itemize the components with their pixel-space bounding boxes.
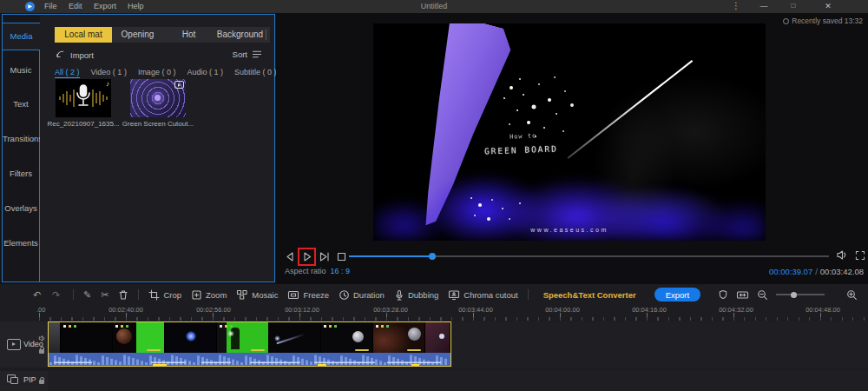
tab-background[interactable]: Background: [214, 27, 266, 43]
toolbar-divider: [73, 289, 74, 300]
duration-label: Duration: [353, 290, 385, 300]
timeline-ruler[interactable]: .00 00:02:40.00 00:02:56.00 00:03:12.00 …: [0, 305, 868, 321]
aspect-ratio-control[interactable]: Aspect ratio16 : 9: [285, 267, 350, 275]
mosaic-label: Mosaic: [252, 290, 278, 300]
media-filter-row: All ( 2 ) Video ( 1 ) Image ( 0 ) Audio …: [55, 68, 276, 78]
clip-thumbnail: [49, 322, 61, 353]
tab-opening[interactable]: Opening: [112, 27, 163, 43]
clip-thumbnail: [217, 322, 269, 353]
track-lock-icon[interactable]: [39, 349, 44, 354]
marker-icon[interactable]: [718, 289, 728, 301]
timeline-zoom-slider[interactable]: [776, 294, 825, 295]
crop-button[interactable]: Crop: [148, 289, 181, 301]
track-audio-icon[interactable]: [38, 335, 46, 342]
media-item-video[interactable]: [130, 79, 186, 117]
pip-track-label: PIP: [23, 375, 36, 384]
toolbar-divider: [528, 289, 529, 300]
track-lock-icon[interactable]: [39, 380, 44, 384]
window-menu-icon[interactable]: ⋮: [729, 0, 743, 13]
freeze-button[interactable]: Freeze: [287, 289, 329, 301]
previous-frame-button[interactable]: [285, 251, 295, 262]
next-frame-button[interactable]: [319, 251, 330, 262]
play-button[interactable]: [302, 251, 312, 262]
dubbing-label: Dubbing: [408, 290, 438, 300]
video-clip-selected[interactable]: [48, 321, 451, 367]
delete-button[interactable]: [118, 289, 128, 301]
time-separator: /: [815, 267, 818, 276]
fit-timeline-icon[interactable]: [736, 289, 749, 301]
sort-button[interactable]: Sort: [233, 50, 262, 59]
sidebar-item-transitions[interactable]: Transitions: [3, 126, 39, 152]
seek-bar[interactable]: [349, 255, 829, 257]
zoom-in-icon[interactable]: [846, 289, 858, 301]
stop-button[interactable]: [336, 251, 346, 262]
clip-thumbnail: [269, 322, 321, 353]
maximize-button[interactable]: □: [786, 0, 800, 13]
edit-button[interactable]: ✎: [83, 286, 91, 303]
recently-saved-label: Recently saved 13:32: [792, 17, 863, 25]
current-time: 00:00:39.07: [769, 267, 812, 276]
seek-handle[interactable]: [429, 253, 436, 260]
media-item-label: Rec_20210907_1635...: [42, 120, 125, 128]
timeline-zoom-handle[interactable]: [791, 292, 797, 298]
volume-icon[interactable]: [836, 249, 848, 261]
crop-label: Crop: [163, 290, 181, 300]
undo-button[interactable]: ↶: [33, 286, 41, 303]
close-button[interactable]: ✕: [821, 0, 835, 13]
mosaic-button[interactable]: Mosaic: [236, 289, 278, 301]
media-item-audio[interactable]: ♪: [56, 79, 111, 117]
media-tabs: Local mat Opening Hot Background: [55, 27, 270, 43]
zoom-tool-icon: [191, 289, 202, 301]
sidebar-item-media[interactable]: Media: [3, 23, 40, 50]
clip-thumbnail: [113, 322, 165, 353]
aspect-ratio-value: 16 : 9: [331, 267, 351, 275]
tab-hot[interactable]: Hot: [163, 27, 214, 43]
import-button[interactable]: Import: [55, 50, 94, 60]
title-bar: ▶ File Edit Export Help Untitled ⋮ — □ ✕: [0, 0, 868, 13]
audio-waveform: [49, 353, 450, 366]
video-track-icon: [7, 339, 21, 350]
import-row: Import Sort: [55, 50, 264, 62]
sidebar-item-filters[interactable]: Filters: [3, 161, 39, 187]
video-track-header: Video: [0, 321, 48, 368]
video-preview-frame[interactable]: How to GREEN BOARD www.easeus.com: [373, 23, 766, 241]
timeline-toolbar: ↶ ↷ ✎ ✂ Crop Zoom: [0, 286, 868, 303]
sidebar-item-music[interactable]: Music: [3, 57, 39, 83]
timeline-zoom-controls: [718, 286, 858, 303]
pip-track: PIP: [0, 371, 868, 391]
mosaic-icon: [236, 289, 248, 301]
filter-audio[interactable]: Audio ( 1 ): [187, 68, 223, 78]
clip-thumbnail: [165, 322, 217, 353]
dubbing-button[interactable]: Dubbing: [394, 289, 438, 301]
ruler-minor-ticks: [35, 317, 866, 321]
tab-local-material[interactable]: Local mat: [55, 27, 112, 43]
filter-all[interactable]: All ( 2 ): [55, 68, 80, 78]
export-button[interactable]: Export: [654, 288, 700, 302]
filter-video[interactable]: Video ( 1 ): [91, 68, 127, 78]
freeze-label: Freeze: [303, 290, 329, 300]
pip-track-icon: [7, 374, 17, 383]
sidebar-item-text[interactable]: Text: [3, 91, 39, 117]
sidebar-item-overlays[interactable]: Overlays: [3, 196, 39, 222]
sidebar-item-elements[interactable]: Elements: [3, 230, 39, 256]
fullscreen-icon[interactable]: [855, 250, 865, 261]
audio-waveform-thumb: [56, 79, 111, 117]
zoom-label: Zoom: [206, 290, 227, 300]
chroma-cutout-button[interactable]: Chroma cutout: [448, 289, 517, 301]
duration-button[interactable]: Duration: [339, 289, 385, 301]
minimize-button[interactable]: —: [757, 0, 771, 13]
filter-subtitle[interactable]: Subtitle ( 0 ): [234, 68, 277, 78]
sort-label: Sort: [233, 50, 247, 59]
video-badge-icon: [174, 81, 184, 89]
chroma-cutout-icon: [448, 289, 460, 301]
ring-core: [155, 95, 161, 101]
clip-thumbnail: [61, 322, 113, 353]
split-button[interactable]: ✂: [101, 286, 108, 303]
zoom-out-icon[interactable]: [757, 289, 768, 301]
redo-button[interactable]: ↷: [52, 286, 60, 303]
speech-text-converter-button[interactable]: Speech&Text Converter: [543, 290, 636, 300]
video-editor-window: ▶ File Edit Export Help Untitled ⋮ — □ ✕…: [0, 0, 868, 391]
filter-image[interactable]: Image ( 0 ): [138, 68, 176, 78]
pip-track-header: PIP: [0, 371, 48, 391]
zoom-tool-button[interactable]: Zoom: [191, 289, 227, 301]
